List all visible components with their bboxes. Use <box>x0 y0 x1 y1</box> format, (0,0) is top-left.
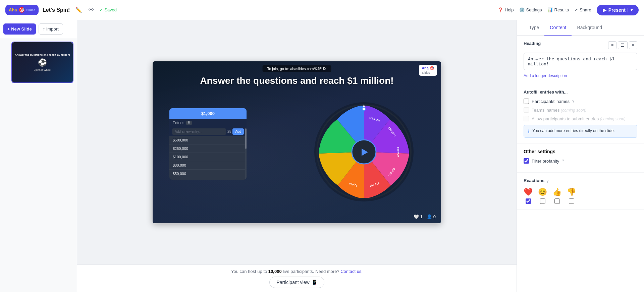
slide-canvas: To join, go to: ahaslides.com/K45UX Aha … <box>153 61 441 224</box>
entry-item[interactable]: $50,000 <box>169 170 247 178</box>
heading-section: Heading ≡ ☰ ≡ Answer the questions and r… <box>517 36 644 84</box>
participant-view-button[interactable]: Participant view 📱 <box>269 277 324 288</box>
align-center-button[interactable]: ☰ <box>618 41 628 49</box>
slide-thumbnail[interactable]: Answer the questions and reach $1 millio… <box>11 42 73 83</box>
participants-names-row: Participants' names ? <box>524 99 637 104</box>
people-stat: 👤 0 <box>427 214 436 219</box>
nav-right: ❓ Help ⚙️ Settings 📊 Results ↗ Share ▶ P… <box>498 5 639 15</box>
reaction-heart: ❤️ <box>524 188 533 204</box>
smile-reaction-checkbox[interactable] <box>540 198 545 204</box>
entries-list: $500,000 $250,000 $100,000 $80,000 $50,0… <box>169 136 247 180</box>
tab-type[interactable]: Type <box>524 20 544 36</box>
reaction-thumbsup: 👍 <box>552 188 561 204</box>
entries-badge: B <box>186 121 192 125</box>
wheel-thumb-icon: ⚽ <box>38 58 47 67</box>
align-right-button[interactable]: ≡ <box>629 41 637 49</box>
nav-left: Aha 🎯 Slides Let's Spin! ✏️ 👁 ✓ Saved <box>5 5 117 15</box>
spinner-wheel: $100 $500,000 $250,000 $100,000 $80,000 <box>314 102 414 202</box>
thumbsdown-reaction-icon: 👎 <box>567 188 576 196</box>
heart-reaction-checkbox[interactable] <box>526 198 531 204</box>
slide-thumb-inner: Answer the questions and reach $1 millio… <box>12 42 73 82</box>
entry-item[interactable]: $80,000 <box>169 161 247 170</box>
settings-button[interactable]: ⚙️ Settings <box>519 7 542 12</box>
help-icon-participants[interactable]: ? <box>572 99 574 103</box>
reaction-thumbsdown: 👎 <box>567 188 576 204</box>
entry-item[interactable]: $500,000 <box>169 136 247 144</box>
reactions-title: Reactions <box>524 178 544 183</box>
main-area: + New Slide ↑ Import 1 Answer the questi… <box>0 20 644 292</box>
teams-names-label: Teams' names (coming soon) <box>532 108 586 113</box>
participants-names-checkbox[interactable] <box>524 99 529 104</box>
reaction-smile: 😊 <box>538 188 547 204</box>
help-icon-reactions[interactable]: ? <box>546 179 548 183</box>
thumbsup-reaction-checkbox[interactable] <box>554 198 560 204</box>
sidebar-toolbar: + New Slide ↑ Import <box>0 20 77 38</box>
alignment-buttons: ≡ ☰ ≡ <box>608 41 637 49</box>
mobile-icon: 📱 <box>312 280 317 285</box>
present-button[interactable]: ▶ Present ▾ <box>597 5 639 15</box>
entries-panel: $1,000 Entries B 25 Add $500,000 $250,00… <box>169 108 247 180</box>
tab-background[interactable]: Background <box>572 20 607 36</box>
entries-header: Entries B <box>169 119 247 127</box>
canvas-logo: Aha 🎯Slides <box>419 65 437 76</box>
share-button[interactable]: ↗ Share <box>574 7 591 12</box>
filter-profanity-label: Filter profanity <box>532 159 559 164</box>
saved-badge: ✓ Saved <box>99 7 117 12</box>
panel-scrollbar[interactable] <box>245 128 247 180</box>
reactions-row: ❤️ 😊 👍 👎 <box>524 188 637 204</box>
aha-logo-icon: Aha 🎯Slides <box>422 66 434 74</box>
heart-icon: 🤍 <box>414 214 419 219</box>
entry-item[interactable]: $10,000 <box>169 178 247 180</box>
entry-item[interactable]: $250,000 <box>169 144 247 153</box>
share-icon: ↗ <box>574 7 578 12</box>
present-dropdown-icon[interactable]: ▾ <box>628 8 633 12</box>
wheel-svg: $100 $500,000 $250,000 $100,000 $80,000 <box>314 102 414 202</box>
canvas-join-info: To join, go to: ahaslides.com/K45UX <box>263 65 331 72</box>
autofill-section: Autofill entries with... Participants' n… <box>517 84 644 143</box>
svg-point-13 <box>362 107 366 111</box>
topnav: Aha 🎯 Slides Let's Spin! ✏️ 👁 ✓ Saved ❓ … <box>0 0 644 20</box>
thumbsdown-reaction-checkbox[interactable] <box>569 198 574 204</box>
sidebar: + New Slide ↑ Import 1 Answer the questi… <box>0 20 77 292</box>
selected-entry: $1,000 <box>169 108 247 119</box>
teams-names-checkbox <box>524 107 529 113</box>
canvas-stats: 🤍 1 👤 0 <box>414 214 436 219</box>
help-icon: ❓ <box>498 7 503 12</box>
align-left-button[interactable]: ≡ <box>608 41 616 49</box>
logo: Aha 🎯 Slides <box>5 5 39 15</box>
allow-participants-row: Allow participants to submit entries (co… <box>524 116 637 121</box>
info-box: ℹ You can add more entries directly on t… <box>524 125 637 138</box>
add-description-link[interactable]: Add a longer description <box>524 73 567 78</box>
filter-profanity-checkbox[interactable] <box>524 158 529 164</box>
heading-label: Heading <box>524 41 541 46</box>
gear-icon: ⚙️ <box>519 7 525 12</box>
add-entry-row: 25 Add <box>169 127 247 136</box>
results-button[interactable]: 📊 Results <box>547 7 569 12</box>
thumbsup-reaction-icon: 👍 <box>552 188 561 196</box>
other-settings-title: Other settings <box>524 149 637 154</box>
contact-link[interactable]: Contact us. <box>340 269 363 274</box>
help-icon-profanity[interactable]: ? <box>562 159 564 163</box>
tab-content[interactable]: Content <box>544 20 572 36</box>
add-entry-button[interactable]: Add <box>232 128 244 135</box>
help-button[interactable]: ❓ Help <box>498 7 514 12</box>
add-entry-input[interactable] <box>172 128 226 135</box>
panel-tabs: Type Content Background <box>517 20 644 36</box>
reactions-section: Reactions ? ❤️ 😊 👍 👎 <box>517 173 644 210</box>
entry-item[interactable]: $100,000 <box>169 153 247 161</box>
import-button[interactable]: ↑ Import <box>39 23 63 35</box>
new-slide-button[interactable]: + New Slide <box>3 23 36 35</box>
results-icon: 📊 <box>547 7 553 12</box>
svg-text:$80,000: $80,000 <box>397 147 400 157</box>
heart-stat: 🤍 1 <box>414 214 423 219</box>
smile-reaction-icon: 😊 <box>538 188 547 196</box>
slide-title: Let's Spin! <box>43 7 70 13</box>
heading-input[interactable]: Answer the questions and reach $1 millio… <box>524 53 637 70</box>
allow-participants-checkbox <box>524 116 529 121</box>
content-area: To join, go to: ahaslides.com/K45UX Aha … <box>77 20 517 292</box>
edit-title-button[interactable]: ✏️ <box>74 5 83 14</box>
bottom-bar: You can host up to 10,000 live participa… <box>77 265 517 292</box>
filter-profanity-row: Filter profanity ? <box>524 158 637 164</box>
info-icon: ℹ <box>528 129 530 134</box>
preview-button[interactable]: 👁 <box>87 6 95 14</box>
